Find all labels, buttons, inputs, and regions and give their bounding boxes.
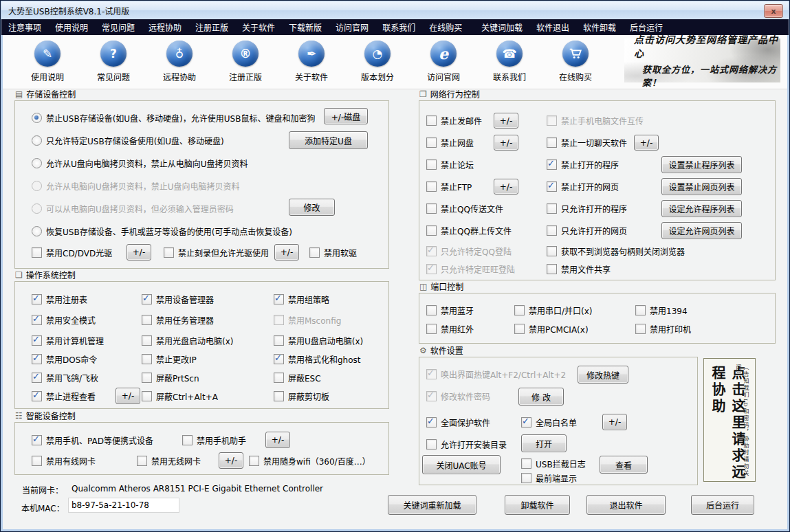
checkbox-disable-phone-pad[interactable]: 禁用手机、PAD等便携式设备 xyxy=(32,434,153,446)
whitelist-plus-minus-button[interactable]: +/- xyxy=(602,414,627,430)
menu-item-usage[interactable]: 使用说明 xyxy=(48,21,95,33)
checkbox-blocked-programs[interactable]: 禁止打开的程序 xyxy=(547,159,619,170)
exit-button[interactable]: 退出软件 xyxy=(586,495,666,515)
keyword-reload-button[interactable]: 关键词重新加载 xyxy=(388,495,476,515)
checkbox-disable-cd-dvd[interactable]: 禁用CD/DVD光驱 xyxy=(32,247,112,258)
checkbox-disable-phone-assistant[interactable]: 禁用手机助手 xyxy=(182,434,246,446)
remote-help-banner[interactable]: 点击这里请求远程协助 （告知我们ID和密码，协助时请勿关闭） xyxy=(703,358,756,482)
modify-software-password-button[interactable]: 修 改 xyxy=(518,388,564,406)
checkbox-modify-password[interactable]: 修改软件密码 xyxy=(426,390,490,402)
mac-address-input[interactable] xyxy=(68,498,179,513)
disk-plus-minus-button[interactable]: +/-磁盘 xyxy=(324,108,368,124)
toolbar-item-about[interactable]: ✒ 关于软件 xyxy=(278,41,344,82)
uninstall-button[interactable]: 卸载软件 xyxy=(505,495,570,515)
toolbar-item-register[interactable]: ® 注册正版 xyxy=(212,41,278,82)
checkbox-allow-open-install-dir[interactable]: 允许打开安装目录 xyxy=(426,439,507,450)
checkbox-disable-pcmcia[interactable]: 禁用PCMCIA(x) xyxy=(514,323,589,335)
set-blocked-programs-button[interactable]: 设置禁止程序列表 xyxy=(661,156,742,173)
radio-allow-specific-usb[interactable]: 只允许特定USB存储设备使用(如U盘、移动硬盘) xyxy=(32,135,224,146)
checkbox-always-on-top[interactable]: 最前端显示 xyxy=(521,472,577,484)
modify-hotkey-button[interactable]: 修改热键 xyxy=(578,366,628,384)
checkbox-block-all-chat[interactable]: 禁止一切聊天软件 xyxy=(547,137,627,148)
checkbox-specific-qq-only[interactable]: 只允许特定QQ登陆 xyxy=(426,245,512,257)
set-allowed-webpages-button[interactable]: 设定允许网页列表 xyxy=(661,222,742,239)
menu-item-remote[interactable]: 远程协助 xyxy=(142,21,188,33)
checkbox-block-forum[interactable]: 禁止论坛 xyxy=(426,159,474,170)
radio-pc-to-usb-only[interactable]: 允许从电脑向U盘拷贝资料，禁止U盘向电脑拷贝资料 xyxy=(32,180,240,192)
checkbox-disable-printer[interactable]: 禁用打印机 xyxy=(635,323,691,335)
checkbox-usb-intercept-log[interactable]: USB拦截日志 xyxy=(521,458,586,469)
toolbar-item-buy[interactable]: 在线购买 xyxy=(542,41,608,82)
checkbox-disable-bluetooth[interactable]: 禁用蓝牙 xyxy=(426,304,474,316)
close-uac-button[interactable]: 关闭UAC账号 xyxy=(422,455,501,474)
toolbar-item-remote[interactable]: ♁ 远程协助 xyxy=(146,41,212,82)
checkbox-block-email[interactable]: 禁止发邮件 xyxy=(426,115,482,126)
checkbox-ui-hotkey[interactable]: 唤出界面热键Alt+F2/Ctrl+Alt+2 xyxy=(426,368,566,380)
checkbox-disable-portable-wifi[interactable]: 禁用随身wifi（360/百度…） xyxy=(249,455,371,467)
menu-item-download[interactable]: 下载新版 xyxy=(282,21,329,33)
toolbar-item-website[interactable]: e 访问官网 xyxy=(410,41,476,82)
chat-plus-minus-button[interactable]: +/- xyxy=(634,135,659,151)
checkbox-allowed-webpages-only[interactable]: 只允许打开的网页 xyxy=(547,225,627,236)
checkbox-disable-wired-nic[interactable]: 禁用有线网卡 xyxy=(32,455,96,467)
checkbox-disable-safe-mode[interactable]: 禁用安全模式 xyxy=(32,314,96,326)
modify-password-button[interactable]: 修改 xyxy=(289,199,335,216)
checkbox-disable-cd-boot[interactable]: 禁用光盘启动电脑(x) xyxy=(142,335,233,346)
radio-block-usb-storage[interactable]: 禁止USB存储设备(如U盘、移动硬盘)，允许使用USB鼠标、键盘和加密狗 xyxy=(32,112,315,124)
checkbox-block-qq-file[interactable]: 禁止QQ传送文件 xyxy=(426,203,503,214)
process-plus-minus-button[interactable]: +/- xyxy=(116,388,140,404)
menu-item-faq[interactable]: 常见问题 xyxy=(95,21,142,33)
checkbox-close-browser-no-handle[interactable]: 获取不到浏览器句柄则关闭浏览器 xyxy=(547,245,685,257)
assistant-plus-minus-button[interactable]: +/- xyxy=(265,432,290,448)
menu-item-background-run[interactable]: 后台运行 xyxy=(623,21,670,33)
email-plus-minus-button[interactable]: +/- xyxy=(494,113,518,129)
toolbar-item-faq[interactable]: ? 常见问题 xyxy=(80,41,146,82)
promo-banner[interactable]: 点击访问大势至网络管理产品中心 获取全方位，一站式网络解决方案！ xyxy=(624,38,780,82)
checkbox-specific-wangwang-only[interactable]: 只允许特定旺旺登陆 xyxy=(426,263,515,275)
set-allowed-programs-button[interactable]: 设定允许程序列表 xyxy=(661,200,742,217)
cd-plus-minus-button[interactable]: +/- xyxy=(127,244,151,261)
checkbox-block-clipboard[interactable]: 屏蔽剪切板 xyxy=(274,390,329,402)
checkbox-block-ftp[interactable]: 禁止FTP xyxy=(426,181,472,192)
checkbox-disable-floppy[interactable]: 禁用软驱 xyxy=(309,247,357,258)
radio-usb-to-pc-only[interactable]: 允许从U盘向电脑拷贝资料，禁止从电脑向U盘拷贝资料 xyxy=(32,157,248,169)
toolbar-item-version[interactable]: ◔ 版本划分 xyxy=(344,41,410,82)
toolbar-item-contact[interactable]: ☎ 联系我们 xyxy=(476,41,542,82)
checkbox-disable-serial-parallel[interactable]: 禁用串口/并口(x) xyxy=(514,304,593,316)
menu-item-contact[interactable]: 联系我们 xyxy=(375,21,422,33)
burn-plus-minus-button[interactable]: +/- xyxy=(274,244,299,261)
checkbox-disable-usb-boot[interactable]: 禁用U盘启动电脑(x) xyxy=(274,335,363,346)
checkbox-block-netdisk[interactable]: 禁止网盘 xyxy=(426,137,474,148)
checkbox-disable-dos[interactable]: 禁用DOS命令 xyxy=(32,353,97,365)
checkbox-block-ip-change[interactable]: 禁止更改IP xyxy=(142,353,197,365)
checkbox-block-ctrl-alt-a[interactable]: 屏蔽Ctrl+Alt+A xyxy=(142,390,218,402)
nic-plus-minus-button[interactable]: +/- xyxy=(219,452,243,469)
set-blocked-webpages-button[interactable]: 设置禁止网页列表 xyxy=(661,178,742,195)
checkbox-blocked-webpages[interactable]: 禁止打开的网页 xyxy=(547,181,619,192)
background-run-button[interactable]: 后台运行 xyxy=(691,495,754,515)
view-log-button[interactable]: 查看 xyxy=(600,456,648,474)
radio-restore-usb-devices[interactable]: 恢复USB存储设备、手机或蓝牙等设备的使用(可手动点击恢复设备) xyxy=(32,225,292,237)
checkbox-disable-infrared[interactable]: 禁用红外 xyxy=(426,323,474,335)
menu-item-uninstall[interactable]: 软件卸载 xyxy=(576,21,623,33)
checkbox-global-whitelist[interactable]: 全局白名单 xyxy=(521,417,577,428)
menu-item-buy[interactable]: 在线购买 xyxy=(422,21,469,33)
checkbox-block-prtscn[interactable]: 屏蔽PrtScn xyxy=(142,372,199,384)
checkbox-block-process-view[interactable]: 禁止进程查看 xyxy=(32,390,96,402)
checkbox-disable-feige[interactable]: 禁用飞鸽/飞秋 xyxy=(32,372,98,384)
checkbox-disable-group-policy[interactable]: 禁用组策略 xyxy=(274,293,329,305)
checkbox-block-esc[interactable]: 屏蔽ESC xyxy=(274,372,321,384)
close-button[interactable]: x xyxy=(764,4,783,18)
checkbox-disable-registry[interactable]: 禁用注册表 xyxy=(32,293,87,305)
checkbox-disable-format-ghost[interactable]: 禁用格式化和ghost xyxy=(274,353,361,365)
checkbox-disable-wireless-nic[interactable]: 禁用无线网卡 xyxy=(137,455,201,467)
ftp-plus-minus-button[interactable]: +/- xyxy=(494,179,518,195)
menu-item-about[interactable]: 关于软件 xyxy=(235,21,282,33)
checkbox-block-phone-pc-transfer[interactable]: 禁止手机电脑文件互传 xyxy=(547,115,644,126)
menu-item-register[interactable]: 注册正版 xyxy=(188,21,235,33)
checkbox-block-burning[interactable]: 禁止刻录但允许光驱使用 xyxy=(164,247,269,258)
checkbox-disable-1394[interactable]: 禁用1394 xyxy=(635,304,688,316)
menu-item-notice[interactable]: 注意事项 xyxy=(1,21,48,33)
checkbox-disable-msconfig[interactable]: 禁用Msconfig xyxy=(274,314,341,326)
checkbox-allowed-programs-only[interactable]: 只允许打开的程序 xyxy=(547,203,627,214)
